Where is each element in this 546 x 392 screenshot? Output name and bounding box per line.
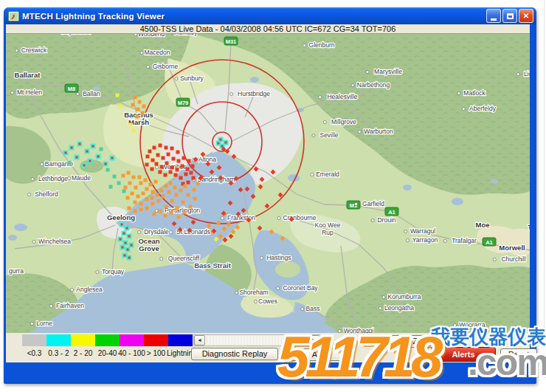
town-dot — [31, 178, 34, 181]
town-dot — [379, 307, 381, 310]
road-shield-label: M8 — [68, 86, 75, 92]
lightning-strike — [132, 176, 136, 179]
town-dot — [255, 300, 258, 303]
town-dot — [457, 92, 460, 95]
lightning-strike — [187, 193, 190, 197]
lightning-strike — [126, 248, 130, 252]
town-dot — [303, 44, 306, 47]
lightning-strike — [153, 213, 156, 216]
lightning-strike — [177, 159, 181, 163]
lightning-strike — [179, 176, 183, 180]
lightning-strike — [145, 188, 149, 191]
map-label: Bass — [306, 305, 320, 312]
town-dot — [28, 193, 31, 196]
lightning-strike — [141, 111, 145, 115]
app-icon — [8, 11, 19, 21]
lightning-strike — [123, 254, 127, 258]
zoom-out-button[interactable]: Zoom Out — [390, 335, 472, 348]
lightning-strike — [128, 235, 131, 238]
lightning-strike — [104, 162, 108, 166]
lightning-strike — [83, 164, 86, 168]
minimize-button[interactable] — [486, 9, 501, 23]
lightning-strike — [127, 171, 131, 175]
scroll-right-arrow[interactable]: ► — [308, 335, 319, 345]
legend-swatch — [46, 334, 71, 346]
screen: MTECH Lightning Tracking Viewer ✕ 4500-T… — [0, 0, 546, 392]
minimize-icon — [491, 18, 497, 21]
lightning-strike — [78, 142, 82, 146]
lightning-strike — [156, 154, 160, 157]
maximize-icon — [507, 13, 514, 19]
map-scrollbar[interactable]: ◄ ► — [193, 334, 320, 346]
town-dot — [134, 34, 137, 36]
lightning-strike — [156, 193, 159, 197]
lightning-strike — [142, 192, 145, 196]
lightning-strike — [165, 146, 168, 150]
lightning-strike — [167, 190, 171, 194]
scrollbar-track[interactable] — [205, 335, 308, 345]
lightning-strike — [181, 165, 184, 168]
map-label: Narbethong — [357, 81, 390, 89]
road-shield-label: A1 — [388, 209, 395, 216]
town-dot — [351, 84, 354, 87]
town-dot — [32, 241, 35, 244]
town-dot — [170, 231, 173, 234]
lightning-strike — [170, 147, 174, 151]
map-label: OceanGrove — [138, 237, 159, 252]
lightning-strike — [116, 94, 120, 97]
lightning-strike — [139, 208, 143, 212]
town-dot — [175, 78, 178, 80]
reset-button[interactable]: Reset — [500, 348, 537, 361]
alerts-button[interactable]: Alerts — [431, 347, 496, 362]
lightning-strike — [131, 192, 134, 196]
lightning-strike — [151, 196, 154, 200]
lightning-strike — [144, 179, 148, 182]
legend-swatch — [22, 334, 46, 346]
map-label: Glenburn — [309, 41, 335, 49]
town-dot — [221, 217, 224, 220]
town-dot — [230, 93, 233, 96]
map-label: Marysville — [374, 68, 402, 75]
map-label: Romsey — [174, 34, 198, 36]
map-label: Korumburra — [388, 293, 421, 300]
close-button[interactable]: ✕ — [519, 9, 533, 23]
town-dot — [76, 93, 79, 96]
lightning-strike — [177, 216, 181, 219]
lightning-strike — [139, 182, 143, 185]
lightning-strike — [134, 210, 137, 213]
window-title: MTECH Lightning Tracking Viewer — [22, 12, 165, 21]
map-label: Yarragon — [412, 236, 438, 244]
titlebar[interactable]: MTECH Lightning Tracking Viewer ✕ — [4, 7, 536, 24]
map-label: Seville — [319, 131, 338, 139]
town-dot — [407, 239, 410, 242]
town-dot — [260, 257, 263, 260]
legend-swatch — [168, 334, 193, 346]
legend-label: 40 - 100 — [118, 349, 145, 357]
lightning-strike — [176, 207, 179, 210]
status-text: 4500-TSS Live Data - 04/03/2008 04:56 UT… — [6, 24, 530, 33]
lightning-strike — [154, 180, 158, 184]
lightning-strike — [153, 146, 156, 150]
diagnostic-replay-button[interactable]: Diagnostic Replay — [191, 348, 278, 360]
lightning-strike — [145, 198, 149, 202]
map-label: Anglesea — [76, 286, 103, 293]
lightning-strike — [146, 155, 150, 159]
town-dot — [311, 173, 314, 176]
lightning-strike — [145, 163, 149, 167]
map-canvas[interactable]: M8M79M31M1A1A1 DaylesfordWoodendRomseyGl… — [6, 33, 530, 333]
road-shield-label: A1 — [485, 239, 493, 246]
town-dot — [31, 323, 34, 326]
legend-swatch — [120, 334, 144, 346]
town-dot — [355, 203, 358, 206]
map-label: Emerald — [316, 171, 339, 178]
maximize-button[interactable] — [502, 9, 517, 23]
bottom-panel: <0.30.3 - 22 - 2020-4040 - 100> 100Light… — [6, 333, 530, 362]
lightning-strike — [122, 232, 126, 235]
map-label: Geelong — [107, 213, 135, 221]
map-label: Macedon — [145, 49, 170, 56]
lightning-strike — [142, 105, 146, 109]
map-label: Morwell — [499, 244, 525, 252]
auto-button[interactable]: Auto — [291, 348, 350, 361]
map-label: gurra — [9, 267, 24, 275]
scroll-left-arrow[interactable]: ◄ — [194, 335, 205, 345]
